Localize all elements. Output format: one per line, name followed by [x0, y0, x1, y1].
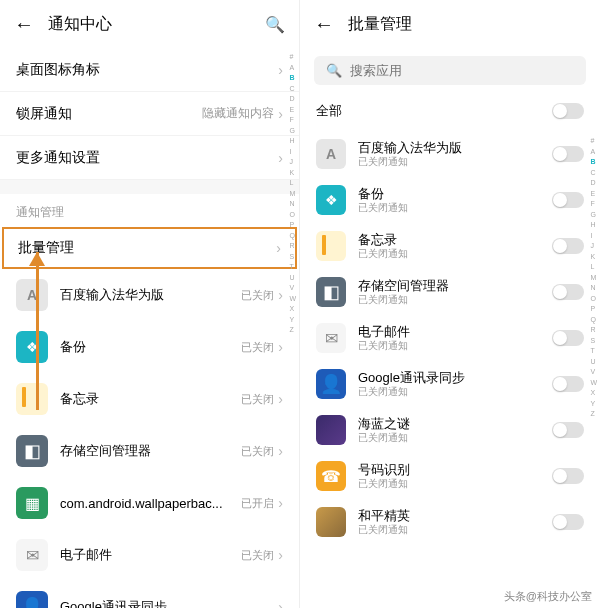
- index-letter[interactable]: M: [288, 189, 297, 200]
- index-letter[interactable]: L: [589, 262, 598, 273]
- row-all-apps[interactable]: 全部: [300, 91, 600, 131]
- index-letter[interactable]: O: [589, 294, 598, 305]
- index-letter[interactable]: B: [589, 157, 598, 168]
- app-row[interactable]: 备忘录 已关闭 ›: [0, 373, 299, 425]
- alphabet-index[interactable]: #ABCDEFGHIJKLMNOPQRSTUVWXYZ: [288, 52, 297, 588]
- app-row[interactable]: 和平精英 已关闭通知: [300, 499, 600, 545]
- app-icon: ☎: [316, 461, 346, 491]
- app-row[interactable]: 海蓝之谜 已关闭通知: [300, 407, 600, 453]
- index-letter[interactable]: #: [288, 52, 297, 63]
- index-letter[interactable]: G: [288, 126, 297, 137]
- app-status: 已关闭通知: [358, 294, 552, 306]
- app-icon: ◧: [316, 277, 346, 307]
- toggle-switch[interactable]: [552, 238, 584, 254]
- toggle-switch[interactable]: [552, 468, 584, 484]
- index-letter[interactable]: G: [589, 210, 598, 221]
- index-letter[interactable]: Q: [288, 231, 297, 242]
- index-letter[interactable]: P: [589, 304, 598, 315]
- index-letter[interactable]: X: [589, 388, 598, 399]
- back-icon[interactable]: ←: [14, 13, 34, 36]
- index-letter[interactable]: V: [288, 283, 297, 294]
- app-row[interactable]: A 百度输入法华为版 已关闭 ›: [0, 269, 299, 321]
- app-row[interactable]: ◧ 存储空间管理器 已关闭 ›: [0, 425, 299, 477]
- row-batch-manage-highlighted[interactable]: 批量管理 ›: [2, 227, 297, 269]
- index-letter[interactable]: U: [288, 273, 297, 284]
- index-letter[interactable]: W: [589, 378, 598, 389]
- app-row[interactable]: ◧ 存储空间管理器 已关闭通知: [300, 269, 600, 315]
- toggle-switch[interactable]: [552, 284, 584, 300]
- toggle-switch[interactable]: [552, 376, 584, 392]
- index-letter[interactable]: Z: [589, 409, 598, 420]
- index-letter[interactable]: J: [589, 241, 598, 252]
- toggle-switch[interactable]: [552, 422, 584, 438]
- index-letter[interactable]: C: [589, 168, 598, 179]
- index-letter[interactable]: E: [589, 189, 598, 200]
- index-letter[interactable]: F: [589, 199, 598, 210]
- index-letter[interactable]: #: [589, 136, 598, 147]
- index-letter[interactable]: U: [589, 357, 598, 368]
- index-letter[interactable]: J: [288, 157, 297, 168]
- back-icon[interactable]: ←: [314, 13, 334, 36]
- index-letter[interactable]: H: [288, 136, 297, 147]
- index-letter[interactable]: Z: [288, 325, 297, 336]
- index-letter[interactable]: T: [288, 262, 297, 273]
- index-letter[interactable]: Y: [288, 315, 297, 326]
- index-letter[interactable]: K: [589, 252, 598, 263]
- app-row[interactable]: ✉ 电子邮件 已关闭通知: [300, 315, 600, 361]
- app-icon: ✉: [16, 539, 48, 571]
- toggle-switch[interactable]: [552, 146, 584, 162]
- app-row[interactable]: ☎ 号码识别 已关闭通知: [300, 453, 600, 499]
- index-letter[interactable]: B: [288, 73, 297, 84]
- index-letter[interactable]: E: [288, 105, 297, 116]
- row-more-settings[interactable]: 更多通知设置 ›: [0, 136, 299, 180]
- index-letter[interactable]: H: [589, 220, 598, 231]
- row-desktop-badge[interactable]: 桌面图标角标 ›: [0, 48, 299, 92]
- index-letter[interactable]: L: [288, 178, 297, 189]
- index-letter[interactable]: A: [589, 147, 598, 158]
- index-letter[interactable]: S: [288, 252, 297, 263]
- index-letter[interactable]: D: [589, 178, 598, 189]
- index-letter[interactable]: O: [288, 210, 297, 221]
- app-status: 已开启: [241, 496, 274, 511]
- app-icon: ❖: [16, 331, 48, 363]
- index-letter[interactable]: Q: [589, 315, 598, 326]
- index-letter[interactable]: F: [288, 115, 297, 126]
- index-letter[interactable]: P: [288, 220, 297, 231]
- index-letter[interactable]: W: [288, 294, 297, 305]
- index-letter[interactable]: M: [589, 273, 598, 284]
- toggle-switch[interactable]: [552, 192, 584, 208]
- app-row[interactable]: 备忘录 已关闭通知: [300, 223, 600, 269]
- app-row[interactable]: 👤 Google通讯录同步 ›: [0, 581, 299, 608]
- index-letter[interactable]: X: [288, 304, 297, 315]
- toggle-switch[interactable]: [552, 103, 584, 119]
- index-letter[interactable]: I: [288, 147, 297, 158]
- index-letter[interactable]: N: [288, 199, 297, 210]
- search-icon[interactable]: 🔍: [265, 15, 285, 34]
- toggle-switch[interactable]: [552, 514, 584, 530]
- app-row[interactable]: 👤 Google通讯录同步 已关闭通知: [300, 361, 600, 407]
- app-row[interactable]: ✉ 电子邮件 已关闭 ›: [0, 529, 299, 581]
- index-letter[interactable]: R: [288, 241, 297, 252]
- search-input[interactable]: [350, 63, 574, 78]
- app-row[interactable]: ❖ 备份 已关闭通知: [300, 177, 600, 223]
- index-letter[interactable]: D: [288, 94, 297, 105]
- index-letter[interactable]: S: [589, 336, 598, 347]
- app-row[interactable]: A 百度输入法华为版 已关闭通知: [300, 131, 600, 177]
- alphabet-index[interactable]: #ABCDEFGHIJKLMNOPQRSTUVWXYZ: [589, 136, 598, 588]
- index-letter[interactable]: T: [589, 346, 598, 357]
- row-lockscreen-notif[interactable]: 锁屏通知 隐藏通知内容 ›: [0, 92, 299, 136]
- app-row[interactable]: ❖ 备份 已关闭 ›: [0, 321, 299, 373]
- index-letter[interactable]: A: [288, 63, 297, 74]
- app-name: 备忘录: [60, 390, 241, 408]
- index-letter[interactable]: K: [288, 168, 297, 179]
- app-row[interactable]: ▦ com.android.wallpaperbac... 已开启 ›: [0, 477, 299, 529]
- search-bar[interactable]: 🔍: [314, 56, 586, 85]
- app-status: 已关闭通知: [358, 156, 552, 168]
- index-letter[interactable]: Y: [589, 399, 598, 410]
- index-letter[interactable]: V: [589, 367, 598, 378]
- index-letter[interactable]: C: [288, 84, 297, 95]
- index-letter[interactable]: R: [589, 325, 598, 336]
- index-letter[interactable]: I: [589, 231, 598, 242]
- index-letter[interactable]: N: [589, 283, 598, 294]
- toggle-switch[interactable]: [552, 330, 584, 346]
